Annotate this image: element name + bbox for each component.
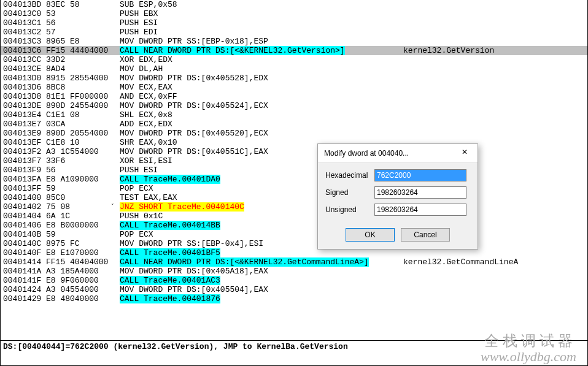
signed-label: Signed [325, 188, 374, 197]
bytes-cell: 8965 E8 [45, 37, 118, 46]
disasm-cell: PUSH EDI [118, 28, 402, 37]
bytes-cell: 56 [45, 18, 118, 28]
disasm-row[interactable]: 004013D68BC8MOV ECX,EAX [1, 83, 587, 92]
disasm-row[interactable]: 0040140C8975 FCMOV DWORD PTR SS:[EBP-0x4… [1, 239, 587, 248]
bytes-cell: 33D2 [45, 55, 118, 64]
disasm-row[interactable]: 0040141FE8 9F060000CALL TraceMe.00401AC3 [1, 276, 587, 285]
bytes-cell: E8 B0000000 [45, 221, 118, 230]
signed-input[interactable] [374, 186, 466, 199]
disasm-row[interactable]: 0040140B59POP ECX [1, 230, 587, 239]
disasm-row[interactable]: 004013FF59POP ECX [1, 184, 587, 193]
comment-cell: kernel32.GetVersion [402, 46, 587, 55]
comment-cell [402, 0, 587, 9]
disasm-cell: XOR EDX,EDX [118, 55, 402, 64]
disasm-row[interactable]: 004013E9890D 20554000MOV DWORD PTR DS:[0… [1, 129, 587, 138]
disasm-row[interactable]: 004013E4C1E1 08SHL ECX,0x8 [1, 110, 587, 120]
disasm-row[interactable]: 0040140275 08˅JNZ SHORT TraceMe.0040140C [1, 202, 587, 212]
comment-cell [402, 83, 587, 92]
disasm-row[interactable]: 004013D881E1 FF000000AND ECX,0xFF [1, 92, 587, 101]
disasm-row[interactable]: 004013F2A3 1C554000MOV DWORD PTR DS:[0x4… [1, 147, 587, 156]
disasm-row[interactable]: 004013DE890D 24554000MOV DWORD PTR DS:[0… [1, 101, 587, 110]
disasm-row[interactable]: 004013CC33D2XOR EDX,EDX [1, 55, 587, 64]
cancel-button[interactable]: Cancel [401, 228, 450, 242]
disasm-row[interactable]: 004013C38965 E8MOV DWORD PTR SS:[EBP-0x1… [1, 37, 587, 46]
comment-cell [402, 55, 587, 64]
disasm-cell: PUSH EBX [118, 9, 402, 18]
address-cell: 004013D0 [1, 74, 45, 83]
disasm-row[interactable]: 004013F733F6XOR ESI,ESI [1, 156, 587, 166]
unsigned-input[interactable] [374, 204, 466, 216]
disasm-row[interactable]: 004013CE8AD4MOV DL,AH [1, 64, 587, 74]
disasm-cell: CALL NEAR DWORD PTR DS:[<&KERNEL32.GetCo… [118, 257, 402, 267]
bytes-cell: 85C0 [45, 193, 118, 202]
disasm-cell: AND ECX,0xFF [118, 92, 402, 101]
bytes-cell: A3 04554000 [45, 285, 118, 294]
bytes-cell: 59 [45, 184, 118, 193]
disasm-row[interactable]: 004013C257PUSH EDI [1, 28, 587, 37]
bytes-cell: 890D 24554000 [45, 101, 118, 110]
bytes-cell: 6A 1C [45, 212, 118, 221]
comment-cell [402, 18, 587, 28]
address-cell: 004013CE [1, 64, 45, 74]
address-cell: 004013C3 [1, 37, 45, 46]
disasm-row[interactable]: 0040140FE8 E1070000CALL TraceMe.00401BF5 [1, 248, 587, 257]
disasm-row[interactable]: 00401414FF15 40404000CALL NEAR DWORD PTR… [1, 257, 587, 267]
disasm-row[interactable]: 004013EFC1E8 10SHR EAX,0x10 [1, 138, 587, 147]
disasm-cell: ADD ECX,EDX [118, 120, 402, 129]
bytes-cell: C1E8 10 [45, 138, 118, 147]
disasm-row[interactable]: 004013D08915 28554000MOV DWORD PTR DS:[0… [1, 74, 587, 83]
address-cell: 00401400 [1, 193, 45, 202]
disasm-row[interactable]: 00401424A3 04554000MOV DWORD PTR DS:[0x4… [1, 285, 587, 294]
disasm-cell: MOV DL,AH [118, 64, 402, 74]
disasm-row[interactable]: 004013C6FF15 44404000CALL NEAR DWORD PTR… [1, 46, 587, 55]
comment-cell [402, 101, 587, 110]
bytes-cell: 8AD4 [45, 64, 118, 74]
disasm-row[interactable]: 004013E703CAADD ECX,EDX [1, 120, 587, 129]
disasm-cell: MOV DWORD PTR DS:[0x405504],EAX [118, 285, 402, 294]
hex-label: Hexadecimal [325, 171, 374, 180]
status-bar: DS:[00404044]=762C2000 (kernel32.GetVers… [1, 340, 587, 351]
disassembly-view[interactable]: 004013BD83EC 58SUB ESP,0x58004013C053PUS… [1, 0, 587, 340]
comment-cell [402, 267, 587, 276]
address-cell: 0040141F [1, 276, 45, 285]
address-cell: 00401402 [1, 202, 45, 212]
bytes-cell: E8 A1090000 [45, 175, 118, 184]
bytes-cell: 8975 FC [45, 239, 118, 248]
address-cell: 004013FF [1, 184, 45, 193]
hex-input[interactable] [374, 169, 466, 181]
comment-cell [402, 248, 587, 257]
bytes-cell: C1E1 08 [45, 110, 118, 120]
address-cell: 0040141A [1, 267, 45, 276]
disasm-row[interactable]: 0040140085C0TEST EAX,EAX [1, 193, 587, 202]
dialog-titlebar[interactable]: Modify dword at 004040... ✕ [318, 144, 478, 163]
address-cell: 0040140C [1, 239, 45, 248]
close-icon[interactable]: ✕ [455, 148, 474, 159]
jump-marker-icon: ˅ [111, 202, 114, 212]
disasm-row[interactable]: 004013BD83EC 58SUB ESP,0x58 [1, 0, 587, 9]
bytes-cell: E8 9F060000 [45, 276, 118, 285]
disasm-row[interactable]: 004013C053PUSH EBX [1, 9, 587, 18]
disasm-row[interactable]: 0040141AA3 185A4000MOV DWORD PTR DS:[0x4… [1, 267, 587, 276]
disasm-row[interactable]: 00401406E8 B0000000CALL TraceMe.004014BB [1, 221, 587, 230]
modify-dword-dialog: Modify dword at 004040... ✕ Hexadecimal … [317, 143, 478, 250]
address-cell: 00401406 [1, 221, 45, 230]
address-cell: 004013E9 [1, 129, 45, 138]
disasm-row[interactable]: 004014046A 1CPUSH 0x1C [1, 212, 587, 221]
ok-button[interactable]: OK [346, 228, 395, 242]
disasm-cell: MOV DWORD PTR DS:[0x405524],ECX [118, 101, 402, 110]
address-cell: 004013F7 [1, 156, 45, 166]
disasm-row[interactable]: 004013F956PUSH ESI [1, 166, 587, 175]
address-cell: 004013C1 [1, 18, 45, 28]
address-cell: 00401404 [1, 212, 45, 221]
disasm-cell: CALL TraceMe.00401BF5 [118, 248, 402, 257]
comment-cell [402, 92, 587, 101]
bytes-cell: FF15 40404000 [45, 257, 118, 267]
disasm-cell: CALL TraceMe.00401AC3 [118, 276, 402, 285]
disasm-cell: MOV DWORD PTR DS:[0x405A18],EAX [118, 267, 402, 276]
disasm-row[interactable]: 004013FAE8 A1090000CALL TraceMe.00401DA0 [1, 175, 587, 184]
comment-cell: kernel32.GetCommandLineA [402, 257, 587, 267]
disasm-row[interactable]: 00401429E8 48040000CALL TraceMe.00401876 [1, 294, 587, 303]
disasm-row[interactable]: 004013C156PUSH ESI [1, 18, 587, 28]
bytes-cell: 81E1 FF000000 [45, 92, 118, 101]
comment-cell [402, 28, 587, 37]
